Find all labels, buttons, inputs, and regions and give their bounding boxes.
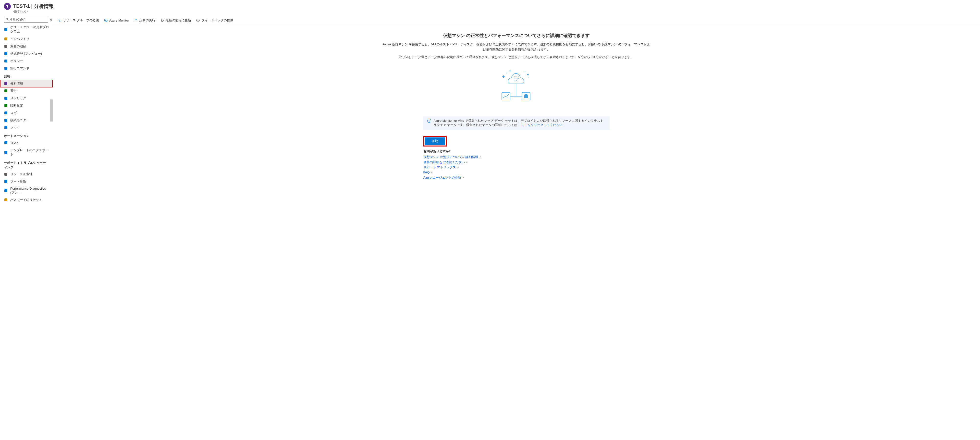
toolbar-item-label: リソース グループの監視 [63,18,99,22]
sidebar-item-label: ブック [10,125,20,130]
svg-point-24 [105,20,106,21]
export-icon [4,151,8,154]
page-header: TEST-1 | 分析情報 仮想マシン [0,0,980,16]
sidebar-item-label: タスク [10,141,20,145]
svg-point-40 [528,78,529,78]
sidebar-item[interactable]: ログ [0,109,52,117]
insights-header-icon [4,3,11,10]
inventory-icon [4,37,8,41]
sidebar-item[interactable]: ポリシー [0,57,52,65]
svg-rect-3 [5,38,7,40]
svg-rect-11 [5,104,7,107]
sidebar-item[interactable]: 分析情報 [0,80,52,87]
scrollbar-thumb[interactable] [50,100,52,122]
sidebar-item[interactable]: ブック [0,124,52,131]
external-link-icon: ↗ [457,165,459,169]
toolbar-item[interactable]: 診断の実行 [134,18,155,22]
bootdiag-icon [4,179,8,184]
sidebar-item-label: Performance Diagnostics (プレ... [10,187,50,195]
sidebar-item[interactable]: メトリック [0,95,52,102]
sidebar-item[interactable]: ゲスト + ホストの更新プログラム [0,24,52,35]
enable-button-highlight: 有効 [423,136,446,146]
sidebar-item-label: メトリック [10,96,26,100]
run-diag-icon [134,18,138,22]
sidebar-item-label: ログ [10,111,17,115]
sidebar-item-label: ポリシー [10,59,23,63]
tasks-icon [4,141,8,145]
info-banner: i Azure Monitor for VMs で収集されたマップ データ セッ… [423,116,609,130]
config-icon [4,52,8,56]
svg-rect-22 [59,20,61,22]
svg-rect-19 [5,189,7,192]
sidebar-item[interactable]: テンプレートのエクスポート [0,146,52,158]
help-link[interactable]: FAQ ↗ [423,170,433,175]
sidebar-item[interactable]: 接続モニター [0,117,52,124]
external-link-icon: ↗ [462,176,464,179]
svg-rect-16 [5,151,7,154]
toolbar-item-label: フィードバックの提供 [201,18,233,22]
info-link[interactable]: ここをクリックしてください [521,123,563,127]
insights-icon [4,82,8,86]
sidebar-item[interactable]: 実行コマンド [0,65,52,72]
sidebar-item[interactable]: 警告 [0,87,52,95]
info-text: Azure Monitor for VMs で収集されたマップ データ セットは… [434,119,604,127]
sidebar-item-label: 分析情報 [10,81,23,86]
external-link-icon: ↗ [431,170,433,175]
pwreset-icon [4,198,8,202]
collapse-sidebar-button[interactable]: « [49,17,52,22]
health-icon [4,172,8,176]
sidebar-item[interactable]: パスワードのリセット [0,196,52,203]
changetrack-icon [4,44,8,48]
sidebar-section-monitoring: 監視 [0,72,52,80]
toolbar-item[interactable]: リソース グループの監視 [57,18,99,22]
runcmd-icon [4,67,8,70]
help-link[interactable]: サポート マトリックス ↗ [423,165,459,170]
search-input[interactable] [10,18,46,21]
search-input-wrap[interactable] [4,17,48,22]
sidebar-item-label: リソース正常性 [10,172,33,176]
toolbar-item[interactable]: フィードバックの提供 [196,18,233,22]
toolbar: リソース グループの監視Azure Monitor診断の実行最新の情報に更新フィ… [52,16,980,25]
sidebar-item-label: 実行コマンド [10,66,29,71]
toolbar-item[interactable]: 最新の情報に更新 [160,18,191,22]
svg-point-38 [506,73,507,73]
hero-title: 仮想マシン の正常性とパフォーマンスについてさらに詳細に確認できます [382,33,651,38]
enable-button[interactable]: 有効 [425,137,445,145]
svg-rect-18 [5,180,7,183]
svg-line-1 [8,20,8,20]
svg-rect-8 [5,82,7,85]
azure-monitor-icon [104,18,108,22]
sidebar-item[interactable]: 診断設定 [0,102,52,109]
main-content: 仮想マシン の正常性とパフォーマンスについてさらに詳細に確認できます Azure… [52,25,980,440]
sidebar-item[interactable]: 構成管理 (プレビュー) [0,50,52,57]
svg-rect-37 [524,97,528,98]
sidebar: « ゲスト + ホストの更新プログラムインベントリ変更の追跡構成管理 (プレビュ… [0,16,52,440]
sidebar-item[interactable]: ブート診断 [0,178,52,185]
svg-rect-4 [5,45,7,48]
sidebar-item[interactable]: タスク [0,139,52,146]
update-icon [4,27,8,31]
help-link[interactable]: 仮想マシン の監視についての詳細情報 ↗ [423,154,481,160]
svg-rect-35 [502,93,510,100]
sidebar-item[interactable]: 変更の追跡 [0,43,52,50]
sidebar-item-label: ブート診断 [10,179,26,184]
sidebar-item[interactable]: インベントリ [0,35,52,43]
sidebar-section-support: サポート + トラブルシューティング [0,158,52,170]
hero-paragraph-2: 取り込むデータ量とデータ保有の設定に基づいて課金されます。仮想マシン と監視デー… [382,55,651,60]
sidebar-item-label: 警告 [10,89,17,93]
toolbar-item-label: Azure Monitor [109,19,129,22]
sidebar-item[interactable]: Performance Diagnostics (プレ... [0,185,52,196]
help-link[interactable]: 価格の詳細をご確認ください ↗ [423,160,468,165]
svg-point-39 [525,71,525,72]
svg-rect-20 [5,199,7,202]
sidebar-item-label: パスワードのリセット [10,198,42,202]
svg-rect-14 [5,126,7,129]
sidebar-item-label: 変更の追跡 [10,44,26,49]
alerts-icon [4,89,8,93]
workbook-icon [4,125,8,130]
svg-rect-2 [5,28,7,31]
help-link[interactable]: Azure エージェントの更新 ↗ [423,175,464,180]
hero-paragraph-1: Azure 仮想マシン を使用すると、VM のホスト CPU、ディスク、稼働およ… [382,42,651,52]
toolbar-item[interactable]: Azure Monitor [104,18,129,22]
sidebar-item[interactable]: リソース正常性 [0,170,52,178]
